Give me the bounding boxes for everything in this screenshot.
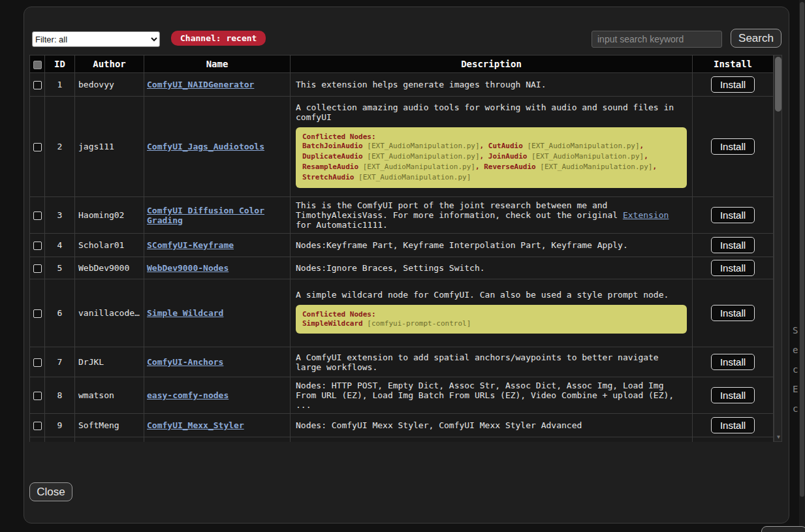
row-name-cell: ComfyUI_Mexx_Styler	[144, 414, 291, 437]
install-button[interactable]: Install	[711, 305, 755, 321]
page-scrollbar[interactable]	[799, 0, 805, 532]
row-author: WebDev9000	[75, 257, 144, 279]
description-link[interactable]: Extension	[623, 210, 669, 220]
row-author: vanillacode…	[75, 279, 144, 347]
custom-nodes-table: ID Author Name Description Install 1bedo…	[29, 55, 782, 442]
row-name-cell: ComfyUI Yolov8	[144, 437, 291, 443]
row-description: This is the ComfyUI port of the joint re…	[291, 197, 693, 234]
row-description: A collection amazing audio tools for wor…	[291, 97, 693, 197]
description-text: A simple wildcard node for ComfyUI. Can …	[296, 290, 687, 300]
row-description: Nodes: HTTP POST, Empty Dict, Assoc Str,…	[291, 377, 693, 414]
scrollbar-down-arrow[interactable]: ▼	[775, 434, 782, 441]
row-id: 1	[45, 73, 75, 97]
row-checkbox[interactable]	[33, 264, 42, 273]
conflicted-nodes-title: Conflicted Nodes:	[302, 133, 680, 141]
row-checkbox[interactable]	[33, 422, 42, 430]
row-checkbox[interactable]	[33, 143, 42, 151]
row-author: Haoming02	[75, 197, 144, 234]
edge-text-fragment: E	[793, 384, 798, 394]
row-description: Nodes: ComfyUI Mexx Styler, ComfyUI Mexx…	[291, 414, 693, 437]
description-text: Nodes:Ignore Braces, Settings Switch.	[296, 263, 687, 273]
install-button[interactable]: Install	[711, 138, 755, 155]
search-button[interactable]: Search	[731, 29, 781, 48]
row-author: SoftMeng	[75, 414, 144, 437]
row-author: bedovyy	[75, 73, 144, 97]
node-name-link[interactable]: Simple Wildcard	[147, 308, 223, 318]
filter-select[interactable]: Filter: all	[32, 31, 160, 47]
row-install-cell: Install	[693, 437, 774, 443]
node-name-link[interactable]: ComfyUI_Jags_Audiotools	[147, 142, 264, 151]
edge-text-fragment: c	[793, 364, 798, 375]
row-install-cell: Install	[693, 279, 774, 347]
conflicted-nodes-list: SimpleWildcard [comfyui-prompt-control]	[302, 319, 680, 329]
row-checkbox-cell	[30, 257, 45, 279]
row-description: Nodes: Yolov8Detection, Yolov8Segmentati…	[291, 437, 693, 443]
row-name-cell: SComfyUI-Keyframe	[144, 234, 291, 257]
node-name-link[interactable]: ComfyUI_Mexx_Styler	[147, 420, 244, 430]
header-name: Name	[144, 55, 291, 73]
row-checkbox[interactable]	[33, 211, 42, 220]
header-checkbox-cell	[30, 55, 45, 73]
description-text: A collection amazing audio tools for wor…	[296, 102, 687, 122]
table-scrollbar[interactable]: ▼	[774, 55, 782, 442]
row-id: 6	[45, 279, 75, 347]
conflicted-nodes-title: Conflicted Nodes:	[302, 310, 680, 319]
description-text: This is the ComfyUI port of the joint re…	[296, 200, 687, 230]
row-author: DrJKL	[75, 347, 144, 377]
row-checkbox[interactable]	[33, 242, 42, 250]
row-checkbox-cell	[30, 437, 45, 443]
row-name-cell: WebDev9000-Nodes	[144, 257, 291, 279]
description-text: Nodes: ComfyUI Mexx Styler, ComfyUI Mexx…	[296, 420, 687, 430]
close-button[interactable]: Close	[29, 482, 72, 501]
node-name-link[interactable]: ComfyUI-Anchors	[147, 357, 223, 367]
edge-text-fragment: S	[793, 325, 798, 336]
node-name-link[interactable]: easy-comfy-nodes	[147, 390, 229, 400]
table-scrollbar-thumb[interactable]	[775, 57, 781, 112]
row-checkbox-cell	[30, 377, 45, 414]
table-body: 1bedovyyComfyUI_NAIDGeneratorThis extens…	[30, 73, 774, 443]
install-button[interactable]: Install	[711, 387, 755, 403]
row-checkbox[interactable]	[33, 81, 42, 89]
install-button[interactable]: Install	[711, 260, 755, 276]
row-install-cell: Install	[693, 197, 774, 234]
node-name-link[interactable]: WebDev9000-Nodes	[147, 263, 229, 273]
row-checkbox-cell	[30, 234, 45, 257]
row-checkbox-cell	[30, 73, 45, 97]
row-id: 4	[45, 234, 75, 257]
search-input[interactable]	[592, 31, 722, 48]
select-all-checkbox[interactable]	[33, 61, 42, 69]
table-row: 9SoftMengComfyUI_Mexx_StylerNodes: Comfy…	[30, 414, 774, 437]
description-text: Nodes: HTTP POST, Empty Dict, Assoc Str,…	[296, 381, 687, 410]
row-id: 10	[45, 437, 75, 443]
install-button[interactable]: Install	[711, 354, 755, 370]
install-button[interactable]: Install	[711, 237, 755, 253]
row-author: Scholar01	[75, 234, 144, 257]
row-install-cell: Install	[693, 414, 774, 437]
node-name-link[interactable]: ComfyUI_NAIDGenerator	[147, 80, 254, 89]
row-id: 9	[45, 414, 75, 437]
row-name-cell: ComfyUI_Jags_Audiotools	[144, 97, 291, 197]
page-scrollbar-thumb[interactable]	[800, 2, 804, 497]
header-author: Author	[75, 55, 144, 73]
install-button[interactable]: Install	[711, 76, 755, 93]
row-checkbox[interactable]	[33, 392, 42, 400]
partial-corner-button[interactable]	[761, 526, 805, 532]
row-name-cell: Simple Wildcard	[144, 279, 291, 347]
row-install-cell: Install	[693, 257, 774, 279]
install-button[interactable]: Install	[711, 207, 755, 223]
edge-text-fragment: e	[793, 345, 798, 355]
row-checkbox[interactable]	[33, 358, 42, 367]
description-text: This extension helps generate images thr…	[296, 80, 687, 89]
row-name-cell: ComfyUI Diffusion Color Grading	[144, 197, 291, 234]
install-button[interactable]: Install	[711, 417, 755, 433]
row-install-cell: Install	[693, 73, 774, 97]
node-name-link[interactable]: SComfyUI-Keyframe	[147, 240, 234, 250]
header-install: Install	[693, 55, 774, 73]
row-checkbox[interactable]	[33, 309, 42, 318]
table-row: 10zcfrank1stComfyUI Yolov8Nodes: Yolov8D…	[30, 437, 774, 443]
node-name-link[interactable]: ComfyUI Diffusion Color Grading	[147, 206, 264, 225]
table-row: 7DrJKLComfyUI-AnchorsA ComfyUI extension…	[30, 347, 774, 377]
conflicted-nodes-list: BatchJoinAudio [EXT_AudioManipulation.py…	[302, 141, 680, 183]
table-row: 5WebDev9000WebDev9000-NodesNodes:Ignore …	[30, 257, 774, 279]
row-description: A simple wildcard node for ComfyUI. Can …	[291, 279, 693, 347]
